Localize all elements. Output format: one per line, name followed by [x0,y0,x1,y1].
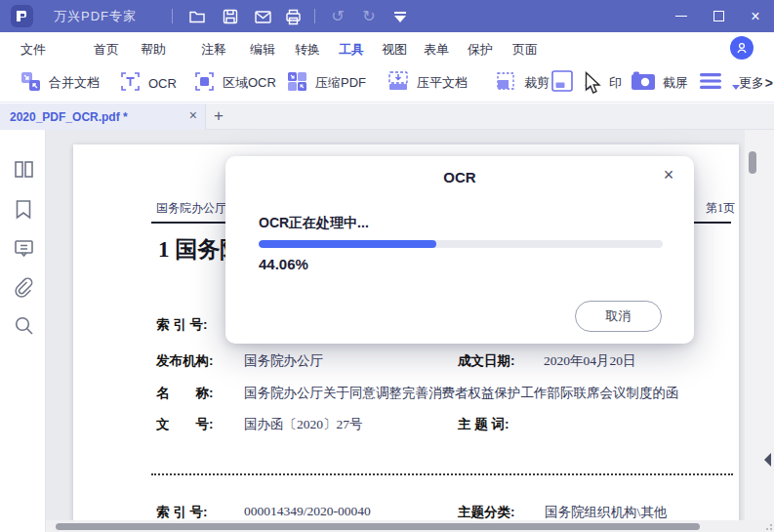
tool-label: 压平文档 [417,74,468,92]
horizontal-scrollbar[interactable] [46,520,774,532]
title-bar: 万兴PDF专家 ↺ ↻ × [0,0,774,32]
expand-right-panel-handle[interactable] [764,453,771,467]
vertical-scrollbar-thumb[interactable] [749,151,756,174]
menu-help[interactable]: 帮助 [140,39,167,61]
ocr-progress-fill [259,240,436,248]
redo-icon[interactable]: ↻ [359,7,379,26]
tool-merge-documents[interactable]: 合并文档 [20,69,100,97]
tool-ocr[interactable]: OCR [119,69,177,97]
doc-field-value: 000014349/2020-00040 [244,504,371,519]
app-title: 万兴PDF专家 [54,8,137,25]
toolbar: 合并文档 OCR 区域OCR 压缩PDF 压平文档 [0,63,774,102]
doc-field-value: 2020年04月20日 [544,352,636,370]
ocr-status-message: OCR正在处理中... [259,215,369,232]
ocr-dialog: OCR × OCR正在处理中... 44.06% 取消 [225,156,694,344]
dialog-close-icon[interactable]: × [659,165,678,185]
close-button[interactable]: × [737,0,774,32]
menu-view[interactable]: 视图 [381,39,408,61]
doc-field-label: 名 称: [156,385,214,402]
ocr-progress-bar [259,240,663,248]
tool-area-ocr[interactable]: 区域OCR [193,69,276,97]
comments-icon[interactable] [12,236,35,260]
tool-label: 压缩PDF [315,74,366,92]
open-file-icon[interactable] [187,7,207,26]
cancel-button[interactable]: 取消 [575,301,662,332]
camera-icon [631,70,656,96]
toolbar-overflow-chevron[interactable]: > [765,75,773,91]
new-tab-button[interactable]: + [214,106,224,126]
titlebar-divider [172,9,173,23]
account-avatar[interactable] [730,36,754,60]
doc-field-label: 发布机构: [156,352,214,370]
collapse-toolbar-icon[interactable] [390,7,410,26]
doc-field-label: 主 题 词: [458,416,509,433]
tool-screenshot[interactable]: 截屏 [631,69,688,97]
tool-label: 裁剪 [524,74,550,92]
ocr-progress-percent: 44.06% [259,256,308,272]
dialog-title: OCR [225,169,694,185]
tool-compress-pdf[interactable]: 压缩PDF [286,69,366,97]
tool-more[interactable]: 更多 [739,69,762,97]
area-ocr-icon [193,70,216,97]
mouse-cursor [585,71,603,100]
bookmarks-icon[interactable] [12,197,35,221]
watermark-icon [550,68,575,98]
menu-comment[interactable]: 注释 [200,39,227,61]
tool-label: 区域OCR [223,74,276,92]
merge-documents-icon [20,70,42,97]
tool-label: 印 [609,74,622,92]
menu-edit[interactable]: 编辑 [249,39,276,61]
menu-convert[interactable]: 转换 [294,39,321,61]
doc-field-value: 国办函〔2020〕27号 [244,416,363,433]
titlebar-divider [314,9,315,23]
doc-dotted-separator [151,473,733,475]
menu-bar: 文件 首页 帮助 注释 编辑 转换 工具 视图 表单 保护 页面 [0,32,774,63]
doc-field-value: 国务院办公厅 [244,352,323,370]
doc-field-label: 成文日期: [458,352,515,370]
horizontal-scrollbar-thumb[interactable] [56,523,700,530]
more-label: 更多 [739,74,762,92]
tool-label: OCR [148,76,177,91]
print-icon[interactable] [283,7,303,26]
doc-field-label: 索 引 号: [156,504,208,521]
tool-crop[interactable]: 裁剪 [494,69,550,97]
search-icon[interactable] [12,313,35,337]
tab-title: 2020_PDF_OCR.pdf * [10,110,128,124]
left-sidebar [0,130,46,532]
resize-grip [764,522,772,530]
minimize-button[interactable] [663,0,700,32]
doc-field-label: 文 号: [156,416,214,433]
app-window: 万兴PDF专家 ↺ ↻ × 文件 首页 帮助 注释 编 [0,0,774,532]
menu-protect[interactable]: 保护 [467,39,494,61]
menu-page[interactable]: 页面 [511,39,539,61]
email-icon[interactable] [253,7,272,26]
thumbnails-icon[interactable] [12,157,35,181]
tab-bar: 2020_PDF_OCR.pdf * × + [0,103,774,130]
tool-label: 合并文档 [49,74,100,92]
menu-tools[interactable]: 工具 [338,39,365,61]
tool-menu[interactable] [699,69,740,97]
doc-field-label: 索 引 号: [156,316,208,334]
compress-pdf-icon [286,70,308,97]
doc-page-number: 第1页 [706,200,735,217]
flatten-document-icon [387,69,410,97]
attachments-icon[interactable] [12,275,35,299]
doc-field-value: 国务院办公厅关于同意调整完善消费者权益保护工作部际联席会议制度的函 [244,385,679,402]
document-tab[interactable]: 2020_PDF_OCR.pdf * × [0,103,206,130]
undo-icon[interactable]: ↺ [328,7,347,26]
menu-file[interactable]: 文件 [20,39,47,61]
maximize-button[interactable] [700,0,737,32]
hamburger-menu-icon [699,72,722,94]
save-icon[interactable] [221,7,240,26]
tool-flatten-document[interactable]: 压平文档 [387,69,468,97]
doc-field-label: 主题分类: [458,504,515,521]
tool-label: 截屏 [663,74,688,92]
ocr-icon [119,70,142,97]
tab-close-icon[interactable]: × [189,107,197,123]
menu-form[interactable]: 表单 [423,39,450,61]
crop-icon [494,69,517,97]
doc-field-value: 国务院组织机构\其他 [545,504,667,521]
menu-home[interactable]: 首页 [93,39,120,61]
app-logo-icon [11,5,33,27]
